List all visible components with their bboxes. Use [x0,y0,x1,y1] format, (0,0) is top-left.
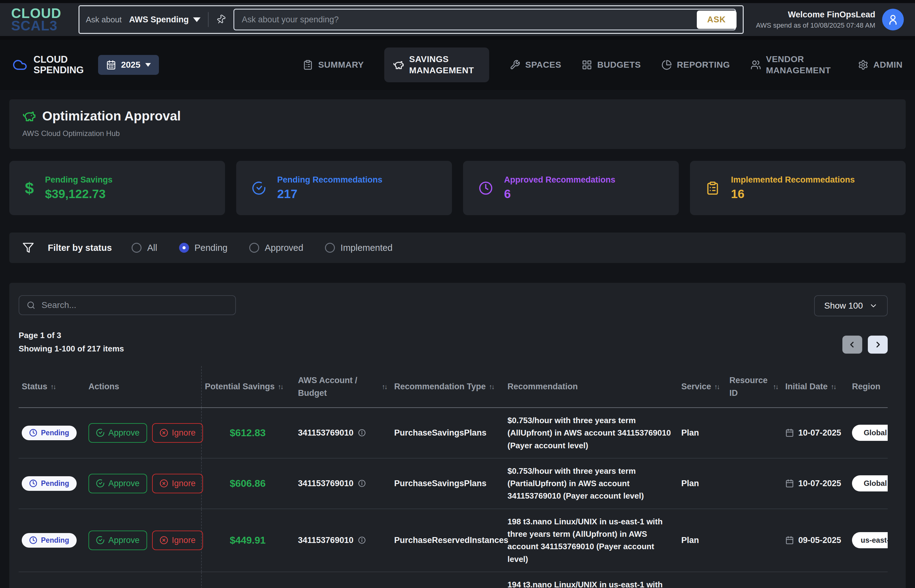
pie-chart-icon [662,60,672,70]
filter-option-implemented[interactable]: Implemented [325,243,393,253]
previous-page-button[interactable] [842,336,862,354]
region-badge: us-east-1 [852,532,888,548]
app-title: CLOUD SPENDING [13,54,84,76]
region-cell: us-east-1 [849,509,888,572]
check-circle-icon [96,479,105,488]
column-header-potential-savings[interactable]: Potential Savings↑↓ [202,366,295,407]
recommendation-cell: $0.753/hour with three years term (AllUp… [504,408,678,458]
nav-item-vendor-management[interactable]: VENDOR MANAGEMENT [750,54,838,76]
ask-topic-dropdown[interactable]: AWS Spending [129,15,200,24]
region-cell: Global [849,459,888,509]
app-title-line1: CLOUD [34,54,84,65]
recommendation-type-cell: PurchaseReservedInstances [391,509,504,572]
recommendation-cell: 194 t3.nano Linux/UNIX in us-east-1 with… [504,572,678,588]
column-header-recommendation-type[interactable]: Recommendation Type↑↓ [391,366,504,407]
ask-input[interactable]: Ask about your spending? [233,9,736,31]
potential-savings-cell: $606.86 [202,459,295,509]
column-header-actions[interactable]: Actions [86,366,202,407]
user-avatar[interactable] [882,9,904,31]
column-header-initial-date[interactable]: Initial Date↑↓ [782,366,849,407]
info-icon[interactable] [358,479,366,488]
next-page-button[interactable] [868,336,888,354]
resource-id-cell [726,572,782,588]
calendar-icon [785,428,794,437]
ignore-button[interactable]: Ignore [152,474,203,493]
column-header-service[interactable]: Service↑↓ [678,366,726,407]
ignore-button[interactable]: Ignore [152,423,203,443]
recommendation-cell: $0.753/hour with three years term (Parti… [504,459,678,509]
resource-id-cell [726,459,782,509]
filter-bar: Filter by status All Pending Approved Im… [9,233,906,263]
page-size-label: Show 100 [824,301,863,311]
column-header-recommendation[interactable]: Recommendation [504,366,678,407]
sort-icon: ↑↓ [382,381,387,392]
caret-down-icon [145,63,151,67]
approve-button[interactable]: Approve [89,474,147,493]
check-circle-icon [96,536,105,544]
nav-label: REPORTING [677,59,730,71]
status-cell: Pending [19,509,86,572]
resource-id-cell [726,509,782,572]
ignore-button[interactable]: Ignore [152,531,203,550]
radio-icon [325,243,335,253]
status-cell: Pending [19,459,86,509]
chevron-right-icon [873,340,883,349]
search-input[interactable] [42,300,228,310]
approve-button[interactable]: Approve [89,423,147,443]
service-cell: Plan [678,572,726,588]
radio-icon [179,243,189,253]
actions-cell: Approve Ignore [86,572,202,588]
stat-pending-savings: $ Pending Savings $39,122.73 [9,161,225,215]
nav-label: BUDGETS [597,59,641,71]
column-header-aws-account[interactable]: AWS Account / Budget↑↓ [295,366,391,407]
region-badge: Global [852,475,888,491]
wrench-icon [510,60,520,70]
recommendation-type-cell: PurchaseSavingsPlans [391,408,504,458]
column-header-region[interactable]: Region [849,366,888,407]
nav-item-savings-management[interactable]: SAVINGS MANAGEMENT [384,47,489,82]
service-cell: Plan [678,509,726,572]
table-wrapper: Status↑↓ Actions Potential Savings↑↓ AWS… [19,366,888,588]
ask-button[interactable]: ASK [697,11,736,29]
pin-icon[interactable] [216,15,226,24]
filter-option-approved[interactable]: Approved [249,243,303,253]
column-header-status[interactable]: Status↑↓ [19,366,86,407]
x-circle-icon [160,479,168,488]
check-circle-icon [96,428,105,437]
filter-option-label: Implemented [341,243,393,253]
caret-down-icon [193,18,200,22]
service-cell: Plan [678,408,726,458]
welcome-text: Welcome FinOpsLead [756,10,875,19]
stat-label: Pending Recommedations [277,175,382,185]
x-circle-icon [160,428,168,437]
nav-item-spaces[interactable]: SPACES [510,59,561,71]
app-logo: CLOUD SCAL3 [11,7,61,32]
aws-account-cell: 341153769010 [295,572,391,588]
pagination-info: Page 1 of 3 Showing 1-100 of 217 items [19,331,124,354]
spend-as-of-text: AWS spend as of 10/08/2025 07:48 AM [756,21,875,29]
approve-button[interactable]: Approve [89,531,147,550]
initial-date-cell: 10-07-2025 [782,459,849,509]
info-icon[interactable] [358,536,366,544]
filter-option-label: Approved [265,243,303,253]
aws-account-cell: 341153769010 [295,408,391,458]
potential-savings-cell: $612.83 [202,408,295,458]
actions-cell: Approve Ignore [86,509,202,572]
filter-option-pending[interactable]: Pending [179,243,228,253]
nav-item-reporting[interactable]: REPORTING [662,59,730,71]
info-icon[interactable] [358,429,366,437]
nav-label: SPACES [525,59,561,71]
initial-date-cell: 09-07-2025 [782,572,849,588]
search-box [19,295,236,315]
nav-item-budgets[interactable]: BUDGETS [582,59,641,71]
table-row: Pending Approve Ignore $445.32 341153769… [19,572,888,588]
column-header-resource-id[interactable]: Resource ID↑↓ [726,366,782,407]
filter-option-all[interactable]: All [132,243,157,253]
nav-item-admin[interactable]: ADMIN [858,59,902,71]
page-size-select[interactable]: Show 100 [814,295,888,317]
nav-item-summary[interactable]: SUMMARY [303,59,364,71]
table-row: Pending Approve Ignore $449.91 341153769… [19,509,888,572]
year-selector[interactable]: 2025 [98,55,159,75]
piggy-bank-icon [393,59,404,71]
divider [208,12,208,27]
